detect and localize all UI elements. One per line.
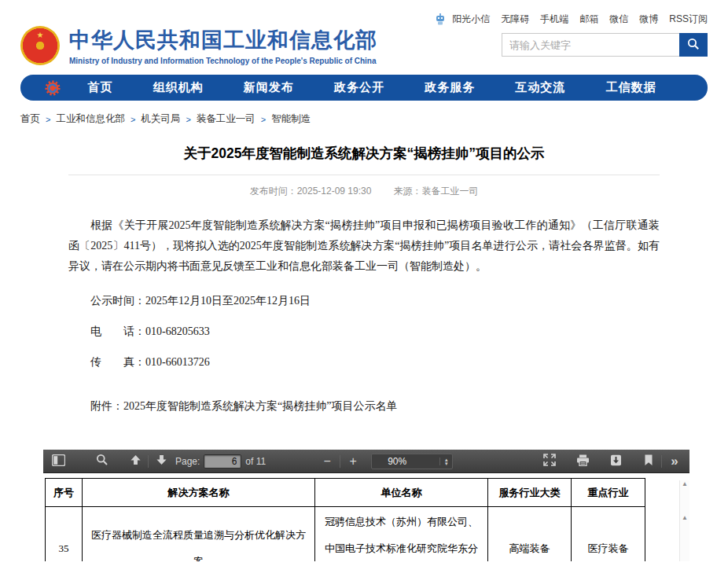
page-title: 关于2025年度智能制造系统解决方案“揭榜挂帅”项目的公示 [68, 144, 660, 163]
presentation-mode-button[interactable] [539, 452, 560, 471]
zoom-in-button[interactable]: + [343, 452, 363, 471]
toolbar-right-group: » [539, 452, 685, 471]
national-emblem-icon [20, 26, 60, 65]
scroll-thumb-icon: ▲ [680, 514, 689, 522]
double-chevron-icon: » [671, 454, 678, 469]
breadcrumb-item-miit[interactable]: 工业和信息化部 [56, 112, 125, 126]
nav-item-miit-data[interactable]: 工信数据 [605, 80, 656, 95]
top-link-weibo[interactable]: 微博 [639, 13, 658, 26]
plus-icon: + [350, 454, 357, 469]
site-header: 中华人民共和国工业和信息化部 Ministry of Industry and … [0, 0, 728, 75]
top-link-wechat[interactable]: 微信 [609, 13, 628, 26]
fax-line: 传 真：010-66013726 [68, 352, 660, 373]
pdf-page: 序号 解决方案名称 单位名称 服务行业大类 重点行业 35 医疗器械制造全流程质… [43, 478, 689, 561]
top-links: 阳光小信 无障碍 手机端 邮箱 微信 微博 RSS订阅 [435, 13, 708, 26]
col-header-no: 序号 [46, 479, 83, 507]
brand: 中华人民共和国工业和信息化部 Ministry of Industry and … [20, 16, 377, 75]
arrow-up-icon [130, 454, 142, 468]
breadcrumb-item-equipment-dept[interactable]: 装备工业一司 [197, 112, 256, 126]
article: 关于2025年度智能制造系统解决方案“揭榜挂帅”项目的公示 发布时间：2025-… [68, 144, 660, 417]
cell-no: 35 [46, 507, 83, 562]
breadcrumb-item-departments[interactable]: 机关司局 [141, 112, 180, 126]
cell-industry: 医疗装备 [572, 507, 645, 562]
nav-item-gov-services[interactable]: 政务服务 [425, 80, 475, 95]
download-button[interactable] [605, 452, 626, 471]
search-box [502, 33, 708, 57]
publicity-period-line: 公示时间：2025年12月10日至2025年12月16日 [68, 291, 660, 311]
cell-solution: 医疗器械制造全流程质量追溯与分析优化解决方案 [83, 507, 315, 562]
bookmark-icon [644, 454, 653, 469]
scroll-up-icon: ▲ [680, 480, 689, 488]
table-row: 35 医疗器械制造全流程质量追溯与分析优化解决方案 冠骋信息技术（苏州）有限公司… [46, 507, 645, 562]
col-header-unit: 单位名称 [315, 479, 488, 507]
miit-gear-logo-icon [44, 79, 61, 97]
top-link-sunshine-xiaoxin[interactable]: 阳光小信 [452, 13, 490, 26]
breadcrumb-separator: > [131, 115, 135, 124]
top-link-accessibility[interactable]: 无障碍 [501, 13, 529, 26]
toolbar-separator [340, 455, 340, 468]
toolbar-separator [661, 455, 662, 468]
cell-unit: 冠骋信息技术（苏州）有限公司、中国电子技术标准化研究院华东分院 [315, 507, 488, 562]
zoom-level-select[interactable]: 90% ▴ ▾ [371, 454, 453, 469]
article-meta: 发布时间：2025-12-09 19:30 来源：装备工业一司 [68, 175, 660, 198]
page-total: of 11 [245, 456, 266, 467]
arrow-down-icon [156, 454, 167, 468]
nav-item-organization[interactable]: 组织机构 [153, 80, 204, 95]
site-title: 中华人民共和国工业和信息化部 [69, 26, 377, 54]
print-button[interactable] [572, 452, 593, 471]
nav-item-interaction[interactable]: 互动交流 [515, 80, 565, 95]
breadcrumb-item-smart-manufacturing[interactable]: 智能制造 [271, 112, 311, 126]
spinner-down-icon: ▾ [445, 461, 448, 465]
col-header-industry: 重点行业 [572, 479, 645, 507]
previous-page-button[interactable] [125, 452, 145, 471]
table-header-row: 序号 解决方案名称 单位名称 服务行业大类 重点行业 [46, 479, 645, 507]
article-paragraph: 根据《关于开展2025年度智能制造系统解决方案“揭榜挂帅”项目申报和已揭榜项目验… [68, 215, 660, 277]
breadcrumb: 首页 > 工业和信息化部 > 机关司局 > 装备工业一司 > 智能制造 [20, 112, 728, 126]
nav-item-gov-disclosure[interactable]: 政务公开 [334, 80, 384, 95]
main-nav: 首页 组织机构 新闻发布 政务公开 政务服务 互动交流 工信数据 [20, 75, 708, 101]
find-button[interactable] [92, 452, 112, 471]
mascot-robot-icon [435, 13, 446, 25]
printer-icon [576, 454, 590, 469]
breadcrumb-separator: > [186, 115, 190, 124]
top-link-mail[interactable]: 邮箱 [579, 13, 598, 26]
top-link-rss[interactable]: RSS订阅 [669, 13, 708, 26]
pdf-toolbar: Page: of 11 − + 90% ▴ ▾ [43, 450, 689, 473]
search-input[interactable] [502, 33, 679, 57]
col-header-category: 服务行业大类 [488, 479, 572, 507]
more-tools-button[interactable]: » [664, 452, 685, 471]
sidebar-toggle-icon [52, 454, 65, 469]
attachment-link[interactable]: 附件：2025年度智能制造系统解决方案“揭榜挂帅”项目公示名单 [68, 396, 660, 417]
pdf-scrollbar[interactable]: ▲ ▲ [679, 480, 689, 561]
pdf-viewer: Page: of 11 − + 90% ▴ ▾ [43, 450, 689, 561]
zoom-out-button[interactable]: − [317, 452, 337, 471]
header-right: 阳光小信 无障碍 手机端 邮箱 微信 微博 RSS订阅 [435, 13, 708, 75]
next-page-button[interactable] [151, 452, 171, 471]
project-table: 序号 解决方案名称 单位名称 服务行业大类 重点行业 35 医疗器械制造全流程质… [45, 478, 645, 561]
find-icon [96, 454, 108, 469]
cell-category: 高端装备 [488, 507, 572, 562]
select-spinner-icon: ▴ ▾ [439, 458, 452, 465]
article-source: 来源：装备工业一司 [393, 185, 478, 198]
zoom-level-value: 90% [372, 456, 439, 467]
site-subtitle: Ministry of Industry and Information Tec… [69, 57, 377, 65]
page-number-input[interactable] [204, 454, 241, 469]
col-header-solution: 解决方案名称 [83, 479, 315, 507]
nav-item-news[interactable]: 新闻发布 [244, 80, 294, 95]
sidebar-toggle-button[interactable] [48, 452, 68, 471]
search-button[interactable] [679, 33, 708, 57]
minus-icon: − [324, 454, 331, 469]
phone-line: 电 话：010-68205633 [68, 322, 660, 342]
brand-text: 中华人民共和国工业和信息化部 Ministry of Industry and … [69, 26, 377, 65]
breadcrumb-item-home[interactable]: 首页 [20, 112, 40, 126]
toolbar-separator [148, 455, 149, 468]
nav-items: 首页 组织机构 新闻发布 政务公开 政务服务 互动交流 工信数据 [68, 80, 676, 95]
nav-item-home[interactable]: 首页 [88, 80, 113, 95]
top-link-mobile[interactable]: 手机端 [540, 13, 568, 26]
download-icon [610, 454, 622, 469]
fullscreen-icon [543, 454, 556, 469]
search-icon [687, 38, 700, 53]
bookmark-button[interactable] [638, 452, 659, 471]
breadcrumb-separator: > [46, 115, 50, 124]
page-label: Page: [175, 456, 200, 467]
